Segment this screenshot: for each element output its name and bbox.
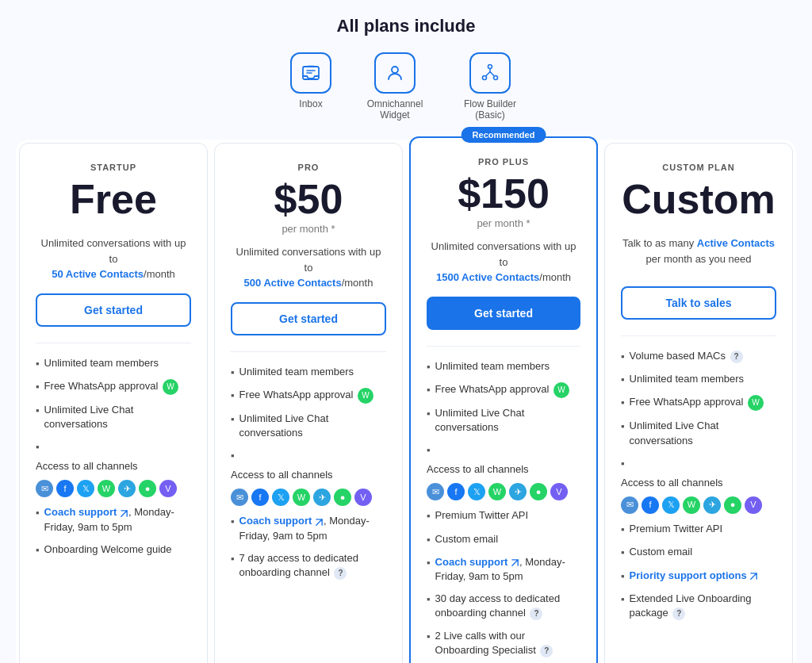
divider (621, 335, 776, 336)
coach-support-link[interactable]: Coach support (435, 556, 519, 568)
whatsapp-channel-icon: W (293, 489, 310, 506)
omnichannel-icon (384, 62, 406, 84)
feature-text: Premium Twitter API (435, 508, 529, 523)
feature-text: Access to all channels (621, 476, 723, 490)
feature-item: 7 day access to dedicated onboarding cha… (231, 551, 386, 580)
inbox-label: Inbox (299, 98, 322, 109)
flow-builder-label: Flow Builder (Basic) (458, 98, 522, 121)
coach-support-link[interactable]: Coach support (44, 506, 128, 518)
feature-item: Premium Twitter API (427, 508, 580, 523)
plan-description: Unlimited conversations with up to1500 A… (427, 239, 580, 286)
feature-item: Access to all channels ✉ f 𝕏 W ✈ ● V (427, 443, 580, 500)
feature-text: Unlimited team members (44, 356, 159, 370)
feature-item: Priority support options (621, 569, 776, 584)
feature-text: Custom email (435, 532, 498, 546)
feature-item: Unlimited Live Chat conversations (621, 419, 776, 447)
facebook-channel-icon: f (251, 489, 269, 506)
plan-tier: PRO (231, 163, 386, 172)
feature-text: Access to all channels (36, 459, 138, 473)
feature-item: 2 Live calls with our Onboarding Special… (427, 629, 580, 657)
cta-button[interactable]: Talk to sales (621, 286, 776, 320)
help-icon[interactable]: ? (540, 645, 553, 657)
plan-card-pro: PRO $50 per month * Unlimited conversati… (214, 143, 403, 663)
feature-text: Unlimited Live Chat conversations (630, 419, 776, 447)
plan-description: Unlimited conversations with up to50 Act… (36, 236, 191, 282)
feature-item: 30 day access to dedicated onboarding ch… (427, 592, 580, 620)
feature-text: Priority support options (630, 569, 759, 583)
whatsapp-badge: W (748, 395, 764, 411)
plans-container: STARTUP Free Unlimited conversations wit… (16, 140, 796, 663)
plan-period: per month * (427, 217, 580, 229)
page-title: All plans include (16, 16, 796, 36)
feature-text: Onboarding Welcome guide (44, 542, 172, 557)
whatsapp-channel-icon: W (683, 496, 700, 514)
plan-tier: STARTUP (36, 163, 191, 172)
email-channel-icon: ✉ (231, 489, 248, 506)
feature-text: Access to all channels (427, 462, 529, 477)
feature-text: Free WhatsApp approval W (44, 379, 178, 395)
feature-item: Free WhatsApp approval W (621, 395, 776, 411)
feature-item: Unlimited team members (231, 365, 386, 380)
features-list: Unlimited team membersFree WhatsApp appr… (231, 365, 386, 581)
feature-text: Unlimited Live Chat conversations (239, 412, 386, 440)
plan-period: per month * (231, 223, 386, 235)
viber-channel-icon: V (159, 480, 177, 497)
cta-button[interactable]: Get started (36, 293, 191, 327)
email-channel-icon: ✉ (36, 480, 53, 497)
header-section: All plans include Inbox (16, 16, 796, 121)
feature-text: Unlimited team members (239, 365, 354, 379)
omnichannel-label: Omnichannel Widget (363, 98, 427, 121)
svg-rect-1 (308, 65, 314, 67)
help-icon[interactable]: ? (672, 607, 685, 620)
help-icon[interactable]: ? (730, 351, 743, 363)
priority-support-link[interactable]: Priority support options (630, 569, 759, 581)
plan-card-startup: STARTUP Free Unlimited conversations wit… (19, 143, 208, 663)
feature-text: Unlimited Live Chat conversations (435, 406, 580, 435)
cta-button[interactable]: Get started (231, 302, 386, 335)
page-wrapper: All plans include Inbox (16, 16, 796, 663)
feature-text: 30 day access to dedicated onboarding ch… (435, 592, 580, 620)
feature-item: Free WhatsApp approval W (36, 379, 191, 395)
feature-item: Coach support , Monday-Friday, 9am to 5p… (36, 505, 191, 534)
plan-description: Talk to as many Active Contacts per mont… (621, 236, 776, 275)
plan-price: $50 (231, 178, 386, 220)
feature-item: Access to all channels ✉ f 𝕏 W ✈ ● V (231, 448, 386, 506)
flow-builder-icon (479, 62, 501, 84)
viber-channel-icon: V (550, 483, 568, 500)
features-list: Unlimited team membersFree WhatsApp appr… (427, 359, 580, 657)
wechat-channel-icon: ● (334, 489, 351, 506)
feature-text: Extended Live Onboarding package ? (630, 592, 776, 620)
coach-support-link[interactable]: Coach support (239, 515, 324, 527)
omnichannel-icon-box (374, 52, 416, 94)
features-list: Unlimited team membersFree WhatsApp appr… (36, 356, 191, 558)
telegram-channel-icon: ✈ (703, 496, 721, 514)
feature-item: Unlimited team members (621, 372, 776, 387)
feature-text: 7 day access to dedicated onboarding cha… (239, 551, 386, 580)
feature-item: Premium Twitter API (621, 522, 776, 537)
facebook-channel-icon: f (642, 496, 659, 514)
feature-item: Custom email (621, 545, 776, 560)
wechat-channel-icon: ● (139, 480, 156, 497)
help-icon[interactable]: ? (530, 607, 542, 620)
whatsapp-channel-icon: W (488, 483, 506, 500)
whatsapp-channel-icon: W (98, 480, 115, 497)
plan-price: Custom (621, 178, 776, 220)
plan-highlight: 50 Active Contacts (52, 268, 144, 280)
feature-item: Volume based MACs ? (621, 349, 776, 364)
feature-text: Unlimited Live Chat conversations (44, 403, 191, 431)
help-icon[interactable]: ? (334, 567, 347, 580)
cta-button[interactable]: Get started (427, 297, 580, 330)
feature-item: Extended Live Onboarding package ? (621, 592, 776, 620)
plan-tier: PRO PLUS (427, 157, 580, 167)
feature-item: Unlimited team members (427, 359, 580, 374)
feature-text: Coach support , Monday-Friday, 9am to 5p… (435, 555, 580, 584)
feature-text: Volume based MACs ? (630, 349, 743, 363)
inbox-icon (300, 62, 322, 84)
feature-text: 2 Live calls with our Onboarding Special… (435, 629, 580, 657)
feature-text: Free WhatsApp approval W (239, 388, 373, 404)
wechat-channel-icon: ● (530, 483, 547, 500)
feature-item: Coach support , Monday-Friday, 9am to 5p… (427, 555, 580, 584)
feature-item: Coach support , Monday-Friday, 9am to 5p… (231, 514, 386, 542)
twitter-channel-icon: 𝕏 (272, 489, 289, 506)
feature-text: Free WhatsApp approval W (630, 395, 764, 411)
